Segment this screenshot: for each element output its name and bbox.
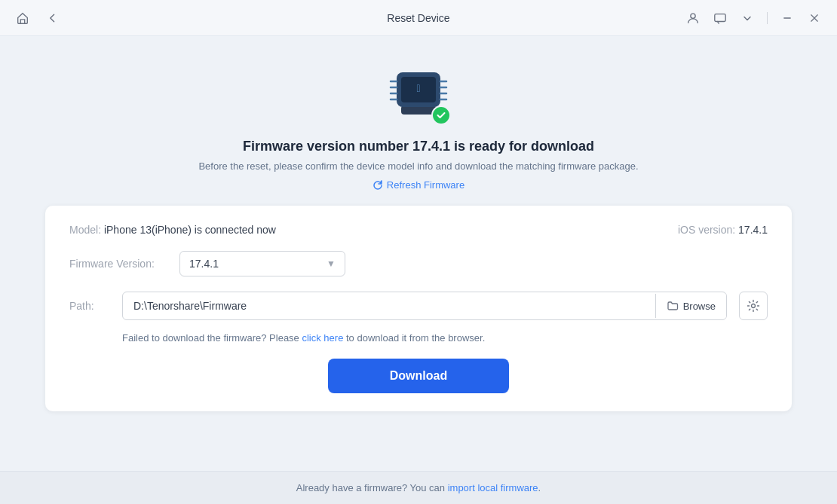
svg-rect-1: [715, 14, 725, 21]
model-value: iPhone 13(iPhone) is connected now: [104, 224, 276, 236]
footer-bar: Already have a firmware? You can import …: [0, 471, 837, 504]
check-icon: [436, 110, 446, 121]
account-icon: [686, 11, 700, 25]
firmware-version-label: Firmware Version:: [69, 258, 167, 270]
folder-icon: [667, 300, 679, 312]
back-icon: [47, 12, 59, 24]
path-input-wrap: Browse: [122, 292, 727, 320]
back-button[interactable]: [42, 8, 63, 29]
close-icon: [809, 13, 820, 23]
svg-point-0: [691, 14, 695, 18]
close-button[interactable]: [804, 8, 825, 29]
gear-icon: [747, 299, 760, 313]
model-row: Model: iPhone 13(iPhone) is connected no…: [69, 224, 768, 236]
svg-text:: : [416, 82, 420, 94]
import-local-firmware-link[interactable]: import local firmware: [448, 482, 538, 493]
chevron-down-icon: [741, 12, 753, 24]
path-label: Path:: [69, 300, 110, 312]
path-row: Path: Browse: [69, 292, 768, 320]
download-button[interactable]: Download: [328, 359, 509, 393]
ios-label: iOS version:: [678, 224, 735, 236]
minimize-icon: [782, 13, 793, 23]
main-content:  Firmware version number 17.4.1 is read…: [0, 36, 837, 471]
path-input[interactable]: [123, 292, 655, 319]
firmware-version-select[interactable]: 17.4.1 ▼: [179, 251, 345, 276]
chat-icon: [713, 11, 727, 25]
click-here-link[interactable]: click here: [302, 332, 343, 344]
refresh-icon: [373, 180, 383, 191]
settings-button[interactable]: [739, 292, 768, 320]
firmware-card: Model: iPhone 13(iPhone) is connected no…: [45, 206, 792, 411]
ios-info: iOS version: 17.4.1: [678, 224, 768, 236]
refresh-firmware-link[interactable]: Refresh Firmware: [373, 179, 464, 191]
error-message: Failed to download the firmware? Please …: [122, 332, 768, 344]
check-badge: [431, 105, 451, 125]
error-msg-post: to download it from the browser.: [343, 332, 485, 344]
footer-text-pre: Already have a firmware? You can: [296, 482, 448, 493]
device-icon-area: : [385, 59, 452, 127]
firmware-version-value: 17.4.1: [189, 258, 219, 270]
chevron-down-icon: ▼: [327, 258, 336, 269]
download-btn-wrap: Download: [69, 359, 768, 393]
model-info: Model: iPhone 13(iPhone) is connected no…: [69, 224, 276, 236]
titlebar-divider: [767, 12, 768, 24]
titlebar-right: [682, 8, 825, 29]
page-subtitle: Before the reset, please confirm the dev…: [198, 160, 638, 172]
page-title: Firmware version number 17.4.1 is ready …: [243, 139, 594, 154]
error-msg-pre: Failed to download the firmware? Please: [122, 332, 302, 344]
dropdown-button[interactable]: [737, 8, 758, 29]
account-button[interactable]: [682, 8, 704, 29]
titlebar: Reset Device: [0, 0, 837, 36]
home-icon: [16, 11, 29, 25]
ios-value: 17.4.1: [738, 224, 768, 236]
svg-point-14: [752, 304, 756, 308]
minimize-button[interactable]: [777, 8, 798, 29]
chat-button[interactable]: [710, 8, 731, 29]
titlebar-left: [12, 8, 63, 29]
firmware-version-row: Firmware Version: 17.4.1 ▼: [69, 251, 768, 276]
home-button[interactable]: [12, 8, 33, 29]
browse-label: Browse: [683, 301, 716, 312]
model-label: Model:: [69, 224, 101, 236]
browse-button[interactable]: Browse: [655, 294, 726, 318]
window-title: Reset Device: [387, 12, 449, 24]
footer-text-post: .: [538, 482, 541, 493]
